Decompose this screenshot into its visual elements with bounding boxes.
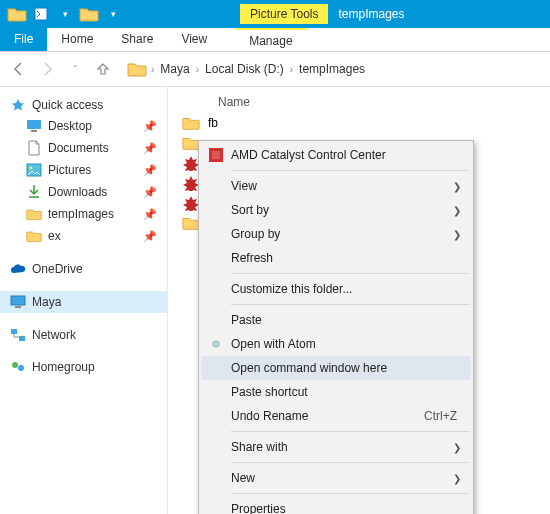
svg-rect-7	[11, 329, 17, 334]
menu-item-properties[interactable]: Properties	[201, 497, 471, 514]
atom-icon	[207, 335, 225, 353]
svg-rect-5	[11, 296, 25, 305]
menu-item-refresh[interactable]: Refresh	[201, 246, 471, 270]
crumb[interactable]: Local Disk (D:)	[203, 62, 286, 76]
tab-manage[interactable]: Manage	[235, 28, 306, 51]
menu-label: Properties	[231, 502, 286, 514]
monitor-icon	[10, 294, 26, 310]
chevron-right-icon: ❯	[453, 473, 461, 484]
pin-icon[interactable]: 📌	[143, 230, 157, 243]
folder-icon	[182, 115, 200, 131]
quick-access-header[interactable]: Quick access	[0, 95, 167, 115]
menu-item-share-with[interactable]: Share with❯	[201, 435, 471, 459]
chevron-right-icon: ❯	[453, 442, 461, 453]
menu-item-group-by[interactable]: Group by❯	[201, 222, 471, 246]
crumb[interactable]: tempImages	[297, 62, 367, 76]
tab-home[interactable]: Home	[47, 28, 107, 51]
menu-item-open-command-window-here[interactable]: Open command window here	[201, 356, 471, 380]
new-folder-icon[interactable]	[78, 3, 100, 25]
tab-share[interactable]: Share	[107, 28, 167, 51]
folder-icon[interactable]	[6, 3, 28, 25]
contextual-tab[interactable]: Picture Tools	[240, 4, 328, 24]
sidebar-item-documents[interactable]: Documents📌	[0, 137, 167, 159]
amd-icon	[207, 146, 225, 164]
menu-item-paste[interactable]: Paste	[201, 308, 471, 332]
cloud-icon	[10, 261, 26, 277]
sidebar-item-homegroup[interactable]: Homegroup	[0, 357, 167, 377]
crumb[interactable]: Maya	[158, 62, 191, 76]
up-button[interactable]	[92, 58, 114, 80]
sidebar-item-onedrive[interactable]: OneDrive	[0, 259, 167, 279]
svg-point-4	[30, 167, 33, 170]
properties-icon[interactable]	[30, 3, 52, 25]
back-button[interactable]	[8, 58, 30, 80]
menu-separator	[231, 273, 469, 274]
sidebar-item-ex[interactable]: ex📌	[0, 225, 167, 247]
homegroup-icon	[10, 359, 26, 375]
menu-separator	[231, 304, 469, 305]
quick-access-label: Quick access	[32, 98, 103, 112]
network-icon	[10, 327, 26, 343]
pin-icon[interactable]: 📌	[143, 186, 157, 199]
qat-dropdown-icon[interactable]: ▾	[102, 3, 124, 25]
shortcut-label: Ctrl+Z	[424, 409, 457, 423]
menu-label: New	[231, 471, 255, 485]
menu-label: Customize this folder...	[231, 282, 352, 296]
breadcrumb[interactable]: › Maya › Local Disk (D:) › tempImages	[120, 58, 374, 80]
menu-label: Share with	[231, 440, 288, 454]
sidebar-label: Downloads	[48, 185, 107, 199]
svg-rect-2	[31, 130, 37, 132]
sidebar-item-pictures[interactable]: Pictures📌	[0, 159, 167, 181]
desktop-icon	[26, 118, 42, 134]
folder-icon	[26, 228, 42, 244]
pin-icon[interactable]: 📌	[143, 164, 157, 177]
menu-separator	[231, 493, 469, 494]
sidebar-label: Desktop	[48, 119, 92, 133]
context-menu: AMD Catalyst Control CenterView❯Sort by❯…	[198, 140, 474, 514]
chevron-right-icon[interactable]: ›	[151, 64, 154, 75]
title-bar: ▾ ▾ Picture Tools tempImages	[0, 0, 550, 28]
forward-button[interactable]	[36, 58, 58, 80]
menu-item-paste-shortcut[interactable]: Paste shortcut	[201, 380, 471, 404]
sidebar-item-desktop[interactable]: Desktop📌	[0, 115, 167, 137]
pin-icon[interactable]: 📌	[143, 142, 157, 155]
menu-label: Sort by	[231, 203, 269, 217]
qat-dropdown-icon[interactable]: ▾	[54, 3, 76, 25]
quick-access-toolbar: ▾ ▾	[0, 0, 130, 28]
recent-dropdown-icon[interactable]: ˅	[64, 58, 86, 80]
menu-item-open-with-atom[interactable]: Open with Atom	[201, 332, 471, 356]
sidebar-item-tempimages[interactable]: tempImages📌	[0, 203, 167, 225]
menu-label: Paste shortcut	[231, 385, 308, 399]
menu-item-customize-this-folder[interactable]: Customize this folder...	[201, 277, 471, 301]
menu-item-undo-rename[interactable]: Undo RenameCtrl+Z	[201, 404, 471, 428]
sidebar-label: tempImages	[48, 207, 114, 221]
pin-icon[interactable]: 📌	[143, 208, 157, 221]
file-item[interactable]: fb	[178, 113, 540, 133]
pin-icon[interactable]: 📌	[143, 120, 157, 133]
svg-rect-6	[15, 306, 21, 308]
tab-view[interactable]: View	[167, 28, 221, 51]
column-header-name[interactable]: Name	[178, 91, 540, 113]
folder-icon	[127, 61, 147, 77]
menu-item-sort-by[interactable]: Sort by❯	[201, 198, 471, 222]
ribbon-tabs: File Home Share View Manage	[0, 28, 550, 52]
menu-label: View	[231, 179, 257, 193]
address-bar: ˅ › Maya › Local Disk (D:) › tempImages	[0, 52, 550, 86]
menu-item-view[interactable]: View❯	[201, 174, 471, 198]
menu-label: Refresh	[231, 251, 273, 265]
tab-file[interactable]: File	[0, 28, 47, 51]
menu-item-new[interactable]: New❯	[201, 466, 471, 490]
sidebar-item-network[interactable]: Network	[0, 325, 167, 345]
svg-point-9	[12, 362, 18, 368]
menu-separator	[231, 431, 469, 432]
menu-separator	[231, 462, 469, 463]
sidebar-item-downloads[interactable]: Downloads📌	[0, 181, 167, 203]
sidebar-item-thispc[interactable]: Maya	[0, 291, 167, 313]
chevron-right-icon[interactable]: ›	[290, 64, 293, 75]
navigation-pane: Quick access Desktop📌Documents📌Pictures📌…	[0, 87, 168, 514]
file-name: fb	[208, 116, 218, 130]
svg-point-10	[18, 365, 24, 371]
chevron-right-icon[interactable]: ›	[196, 64, 199, 75]
pictures-icon	[26, 162, 42, 178]
menu-item-amd-catalyst-control-center[interactable]: AMD Catalyst Control Center	[201, 143, 471, 167]
